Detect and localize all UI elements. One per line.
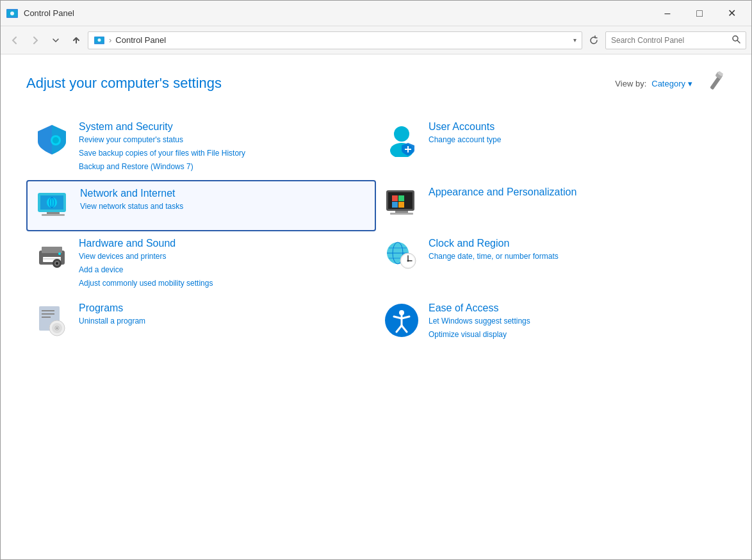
address-separator: › bbox=[109, 35, 111, 45]
svg-point-13 bbox=[394, 126, 409, 142]
programs-content: Programs Uninstall a program bbox=[79, 302, 145, 327]
svg-point-12 bbox=[53, 137, 59, 144]
system-security-link-1[interactable]: Review your computer's status bbox=[79, 134, 245, 146]
maximize-button[interactable]: □ bbox=[685, 4, 714, 23]
view-by-control: View by: Category ▾ bbox=[615, 79, 692, 88]
hardware-sound-link-2[interactable]: Add a device bbox=[79, 264, 213, 276]
hardware-sound-title[interactable]: Hardware and Sound bbox=[79, 238, 213, 249]
view-by-value: Category bbox=[651, 79, 685, 88]
programs-title[interactable]: Programs bbox=[79, 302, 145, 314]
programs-link-1[interactable]: Uninstall a program bbox=[79, 315, 145, 327]
svg-point-58 bbox=[56, 327, 58, 329]
title-bar-text: Control Panel bbox=[24, 8, 648, 18]
address-bar[interactable]: › Control Panel ▾ bbox=[88, 31, 582, 49]
svg-rect-27 bbox=[398, 195, 404, 201]
svg-rect-29 bbox=[398, 202, 404, 208]
category-network-internet[interactable]: Network and Internet View network status… bbox=[26, 180, 376, 231]
hardware-sound-link-1[interactable]: View devices and printers bbox=[79, 251, 213, 263]
svg-point-2 bbox=[10, 12, 14, 15]
ease-of-access-title[interactable]: Ease of Access bbox=[429, 302, 530, 314]
svg-rect-53 bbox=[42, 313, 54, 315]
category-hardware-sound[interactable]: Hardware and Sound View devices and prin… bbox=[26, 231, 376, 297]
ease-of-access-link-1[interactable]: Let Windows suggest settings bbox=[429, 315, 530, 327]
user-accounts-icon bbox=[384, 121, 420, 157]
search-box[interactable] bbox=[605, 31, 746, 49]
svg-line-7 bbox=[737, 40, 740, 43]
clock-region-title[interactable]: Clock and Region bbox=[429, 238, 559, 249]
svg-rect-23 bbox=[42, 214, 65, 216]
address-bar-icon bbox=[94, 35, 105, 46]
window-icon bbox=[6, 7, 19, 20]
svg-rect-52 bbox=[42, 310, 54, 311]
forward-button[interactable] bbox=[26, 31, 44, 49]
close-button[interactable]: ✕ bbox=[717, 4, 746, 23]
svg-point-39 bbox=[56, 262, 58, 265]
svg-rect-33 bbox=[42, 247, 62, 253]
user-accounts-link-1[interactable]: Change account type bbox=[429, 134, 501, 146]
hardware-sound-content: Hardware and Sound View devices and prin… bbox=[79, 238, 213, 290]
category-programs[interactable]: Programs Uninstall a program bbox=[26, 296, 376, 347]
clock-region-link-1[interactable]: Change date, time, or number formats bbox=[429, 251, 559, 263]
svg-point-5 bbox=[98, 38, 101, 42]
svg-point-49 bbox=[407, 259, 409, 261]
category-appearance[interactable]: Appearance and Personalization bbox=[376, 180, 726, 231]
title-bar: Control Panel – □ ✕ bbox=[1, 1, 751, 26]
network-internet-icon bbox=[35, 188, 71, 224]
refresh-button[interactable] bbox=[585, 31, 603, 49]
appearance-title[interactable]: Appearance and Personalization bbox=[429, 186, 576, 198]
svg-rect-16 bbox=[407, 146, 409, 152]
search-input[interactable] bbox=[611, 36, 728, 45]
forward-icon bbox=[31, 36, 40, 45]
svg-rect-26 bbox=[392, 195, 398, 201]
refresh-icon bbox=[589, 35, 599, 45]
svg-rect-54 bbox=[42, 317, 51, 318]
search-icon[interactable] bbox=[732, 35, 740, 45]
network-internet-link-1[interactable]: View network status and tasks bbox=[80, 201, 183, 213]
network-internet-title[interactable]: Network and Internet bbox=[80, 188, 183, 199]
category-system-security[interactable]: System and Security Review your computer… bbox=[26, 115, 376, 180]
hardware-sound-icon bbox=[34, 238, 70, 274]
back-button[interactable] bbox=[6, 31, 24, 49]
svg-rect-31 bbox=[390, 213, 413, 215]
svg-rect-30 bbox=[395, 211, 408, 213]
svg-point-36 bbox=[58, 252, 61, 255]
chevron-down-icon bbox=[52, 37, 60, 44]
control-panel-window: Control Panel – □ ✕ bbox=[0, 0, 752, 560]
page-header: Adjust your computer's settings View by:… bbox=[26, 70, 726, 97]
tools-icon bbox=[703, 70, 726, 97]
appearance-content: Appearance and Personalization bbox=[429, 186, 576, 198]
appearance-icon bbox=[384, 186, 420, 222]
system-security-link-2[interactable]: Save backup copies of your files with Fi… bbox=[79, 147, 245, 160]
category-clock-region[interactable]: Clock and Region Change date, time, or n… bbox=[376, 231, 726, 297]
window-controls: – □ ✕ bbox=[653, 4, 746, 23]
category-user-accounts[interactable]: User Accounts Change account type bbox=[376, 115, 726, 180]
svg-rect-22 bbox=[47, 212, 60, 214]
user-accounts-title[interactable]: User Accounts bbox=[429, 121, 501, 133]
address-chevron-icon: ▾ bbox=[573, 37, 576, 44]
view-by-label: View by: bbox=[615, 79, 646, 88]
svg-rect-28 bbox=[392, 202, 398, 208]
system-security-title[interactable]: System and Security bbox=[79, 121, 245, 133]
back-icon bbox=[10, 36, 19, 45]
clock-region-icon bbox=[384, 238, 420, 274]
system-security-icon bbox=[34, 121, 70, 157]
clock-region-content: Clock and Region Change date, time, or n… bbox=[429, 238, 559, 263]
view-by-dropdown[interactable]: Category ▾ bbox=[651, 79, 692, 88]
minimize-button[interactable]: – bbox=[653, 4, 682, 23]
page-title: Adjust your computer's settings bbox=[26, 75, 222, 92]
address-path: Control Panel bbox=[115, 35, 569, 45]
network-internet-content: Network and Internet View network status… bbox=[80, 188, 183, 213]
view-by-chevron-icon: ▾ bbox=[688, 79, 692, 88]
hardware-sound-link-3[interactable]: Adjust commonly used mobility settings bbox=[79, 277, 213, 290]
ease-of-access-icon bbox=[384, 302, 420, 338]
category-ease-of-access[interactable]: Ease of Access Let Windows suggest setti… bbox=[376, 296, 726, 347]
nav-bar: › Control Panel ▾ bbox=[1, 26, 751, 54]
up-button[interactable] bbox=[67, 31, 85, 49]
programs-icon bbox=[34, 302, 70, 338]
system-security-link-3[interactable]: Backup and Restore (Windows 7) bbox=[79, 161, 245, 173]
main-content: Adjust your computer's settings View by:… bbox=[1, 54, 751, 559]
system-security-content: System and Security Review your computer… bbox=[79, 121, 245, 174]
ease-of-access-link-2[interactable]: Optimize visual display bbox=[429, 329, 530, 341]
user-accounts-content: User Accounts Change account type bbox=[429, 121, 501, 146]
recent-locations-button[interactable] bbox=[47, 31, 65, 49]
